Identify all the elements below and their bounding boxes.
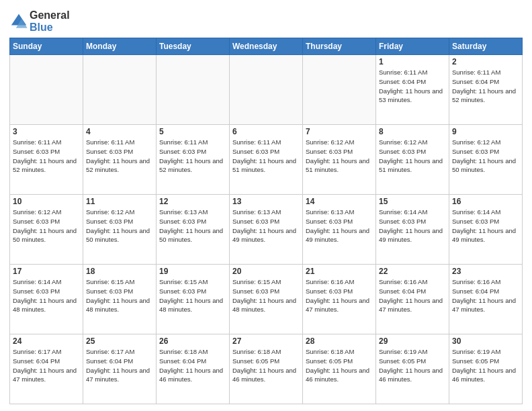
day-info: Sunrise: 6:12 AM Sunset: 6:03 PM Dayligh… (379, 138, 446, 175)
day-number: 4 (86, 127, 153, 136)
day-number: 12 (159, 197, 226, 206)
day-number: 3 (13, 127, 80, 136)
day-cell: 19Sunrise: 6:15 AM Sunset: 6:03 PM Dayli… (157, 265, 230, 334)
day-number: 28 (306, 336, 373, 346)
day-number: 25 (86, 336, 153, 346)
day-cell: 2Sunrise: 6:11 AM Sunset: 6:04 PM Daylig… (449, 55, 523, 125)
week-row-0: 1Sunrise: 6:11 AM Sunset: 6:04 PM Daylig… (10, 55, 523, 125)
day-cell (10, 55, 83, 125)
day-cell: 4Sunrise: 6:11 AM Sunset: 6:03 PM Daylig… (83, 125, 157, 195)
week-row-4: 24Sunrise: 6:17 AM Sunset: 6:04 PM Dayli… (10, 334, 523, 404)
day-cell: 20Sunrise: 6:15 AM Sunset: 6:03 PM Dayli… (230, 265, 303, 334)
day-number: 13 (232, 197, 300, 206)
day-info: Sunrise: 6:12 AM Sunset: 6:03 PM Dayligh… (86, 208, 153, 244)
logo-icon (9, 12, 28, 31)
day-cell: 23Sunrise: 6:16 AM Sunset: 6:04 PM Dayli… (449, 265, 523, 334)
day-cell: 29Sunrise: 6:19 AM Sunset: 6:05 PM Dayli… (376, 334, 449, 404)
day-info: Sunrise: 6:19 AM Sunset: 6:05 PM Dayligh… (452, 347, 519, 384)
day-number: 29 (379, 336, 446, 346)
weekday-header-row: SundayMondayTuesdayWednesdayThursdayFrid… (10, 38, 523, 55)
day-number: 2 (452, 57, 519, 66)
day-number: 16 (452, 197, 519, 206)
day-number: 9 (452, 127, 519, 136)
day-info: Sunrise: 6:15 AM Sunset: 6:03 PM Dayligh… (86, 277, 153, 314)
day-cell: 12Sunrise: 6:13 AM Sunset: 6:03 PM Dayli… (157, 195, 230, 265)
day-info: Sunrise: 6:11 AM Sunset: 6:04 PM Dayligh… (379, 68, 446, 105)
day-info: Sunrise: 6:14 AM Sunset: 6:03 PM Dayligh… (379, 208, 446, 244)
week-row-1: 3Sunrise: 6:11 AM Sunset: 6:03 PM Daylig… (10, 125, 523, 195)
day-info: Sunrise: 6:14 AM Sunset: 6:03 PM Dayligh… (452, 208, 519, 244)
day-info: Sunrise: 6:11 AM Sunset: 6:03 PM Dayligh… (86, 138, 153, 175)
day-number: 18 (86, 267, 153, 276)
weekday-sunday: Sunday (10, 38, 83, 55)
day-number: 11 (86, 197, 153, 206)
day-cell: 1Sunrise: 6:11 AM Sunset: 6:04 PM Daylig… (376, 55, 449, 125)
day-cell: 28Sunrise: 6:18 AM Sunset: 6:05 PM Dayli… (303, 334, 376, 404)
day-info: Sunrise: 6:15 AM Sunset: 6:03 PM Dayligh… (159, 277, 226, 314)
day-info: Sunrise: 6:13 AM Sunset: 6:03 PM Dayligh… (306, 208, 373, 244)
day-info: Sunrise: 6:12 AM Sunset: 6:03 PM Dayligh… (13, 208, 80, 244)
day-cell: 22Sunrise: 6:16 AM Sunset: 6:04 PM Dayli… (376, 265, 449, 334)
day-cell: 10Sunrise: 6:12 AM Sunset: 6:03 PM Dayli… (10, 195, 83, 265)
day-cell: 17Sunrise: 6:14 AM Sunset: 6:03 PM Dayli… (10, 265, 83, 334)
day-info: Sunrise: 6:14 AM Sunset: 6:03 PM Dayligh… (13, 277, 80, 314)
day-cell: 15Sunrise: 6:14 AM Sunset: 6:03 PM Dayli… (376, 195, 449, 265)
day-info: Sunrise: 6:18 AM Sunset: 6:04 PM Dayligh… (159, 347, 226, 384)
day-cell (230, 55, 303, 125)
day-cell: 21Sunrise: 6:16 AM Sunset: 6:03 PM Dayli… (303, 265, 376, 334)
logo-text: General Blue (30, 9, 70, 34)
day-info: Sunrise: 6:16 AM Sunset: 6:04 PM Dayligh… (452, 277, 519, 314)
logo: General Blue (9, 9, 70, 34)
day-cell: 24Sunrise: 6:17 AM Sunset: 6:04 PM Dayli… (10, 334, 83, 404)
day-cell: 7Sunrise: 6:12 AM Sunset: 6:03 PM Daylig… (303, 125, 376, 195)
day-info: Sunrise: 6:17 AM Sunset: 6:04 PM Dayligh… (86, 347, 153, 384)
day-number: 1 (379, 57, 446, 66)
day-info: Sunrise: 6:17 AM Sunset: 6:04 PM Dayligh… (13, 347, 80, 384)
day-info: Sunrise: 6:13 AM Sunset: 6:03 PM Dayligh… (232, 208, 300, 244)
day-cell: 30Sunrise: 6:19 AM Sunset: 6:05 PM Dayli… (449, 334, 523, 404)
day-number: 26 (159, 336, 226, 346)
day-info: Sunrise: 6:11 AM Sunset: 6:03 PM Dayligh… (159, 138, 226, 175)
day-info: Sunrise: 6:19 AM Sunset: 6:05 PM Dayligh… (379, 347, 446, 384)
day-cell: 27Sunrise: 6:18 AM Sunset: 6:05 PM Dayli… (230, 334, 303, 404)
day-number: 14 (306, 197, 373, 206)
day-cell: 14Sunrise: 6:13 AM Sunset: 6:03 PM Dayli… (303, 195, 376, 265)
day-cell: 11Sunrise: 6:12 AM Sunset: 6:03 PM Dayli… (83, 195, 157, 265)
day-cell: 5Sunrise: 6:11 AM Sunset: 6:03 PM Daylig… (157, 125, 230, 195)
day-info: Sunrise: 6:18 AM Sunset: 6:05 PM Dayligh… (306, 347, 373, 384)
day-info: Sunrise: 6:12 AM Sunset: 6:03 PM Dayligh… (306, 138, 373, 175)
day-info: Sunrise: 6:11 AM Sunset: 6:04 PM Dayligh… (452, 68, 519, 105)
day-number: 22 (379, 267, 446, 276)
weekday-friday: Friday (376, 38, 449, 55)
day-info: Sunrise: 6:12 AM Sunset: 6:03 PM Dayligh… (452, 138, 519, 175)
day-cell: 9Sunrise: 6:12 AM Sunset: 6:03 PM Daylig… (449, 125, 523, 195)
day-info: Sunrise: 6:18 AM Sunset: 6:05 PM Dayligh… (232, 347, 300, 384)
day-number: 30 (452, 336, 519, 346)
calendar-header: SundayMondayTuesdayWednesdayThursdayFrid… (10, 38, 523, 55)
day-number: 24 (13, 336, 80, 346)
day-number: 5 (159, 127, 226, 136)
day-cell: 3Sunrise: 6:11 AM Sunset: 6:03 PM Daylig… (10, 125, 83, 195)
calendar-body: 1Sunrise: 6:11 AM Sunset: 6:04 PM Daylig… (10, 55, 523, 404)
weekday-saturday: Saturday (449, 38, 523, 55)
page: General Blue SundayMondayTuesdayWednesda… (0, 0, 532, 411)
weekday-thursday: Thursday (303, 38, 376, 55)
day-cell: 25Sunrise: 6:17 AM Sunset: 6:04 PM Dayli… (83, 334, 157, 404)
day-cell: 13Sunrise: 6:13 AM Sunset: 6:03 PM Dayli… (230, 195, 303, 265)
day-info: Sunrise: 6:15 AM Sunset: 6:03 PM Dayligh… (232, 277, 300, 314)
day-info: Sunrise: 6:16 AM Sunset: 6:04 PM Dayligh… (379, 277, 446, 314)
week-row-2: 10Sunrise: 6:12 AM Sunset: 6:03 PM Dayli… (10, 195, 523, 265)
day-cell (83, 55, 157, 125)
day-cell: 16Sunrise: 6:14 AM Sunset: 6:03 PM Dayli… (449, 195, 523, 265)
weekday-monday: Monday (83, 38, 157, 55)
day-number: 27 (232, 336, 300, 346)
day-number: 10 (13, 197, 80, 206)
day-number: 21 (306, 267, 373, 276)
day-cell: 26Sunrise: 6:18 AM Sunset: 6:04 PM Dayli… (157, 334, 230, 404)
day-number: 6 (232, 127, 300, 136)
calendar-table: SundayMondayTuesdayWednesdayThursdayFrid… (9, 38, 523, 404)
day-number: 15 (379, 197, 446, 206)
day-number: 23 (452, 267, 519, 276)
day-cell (157, 55, 230, 125)
day-number: 17 (13, 267, 80, 276)
